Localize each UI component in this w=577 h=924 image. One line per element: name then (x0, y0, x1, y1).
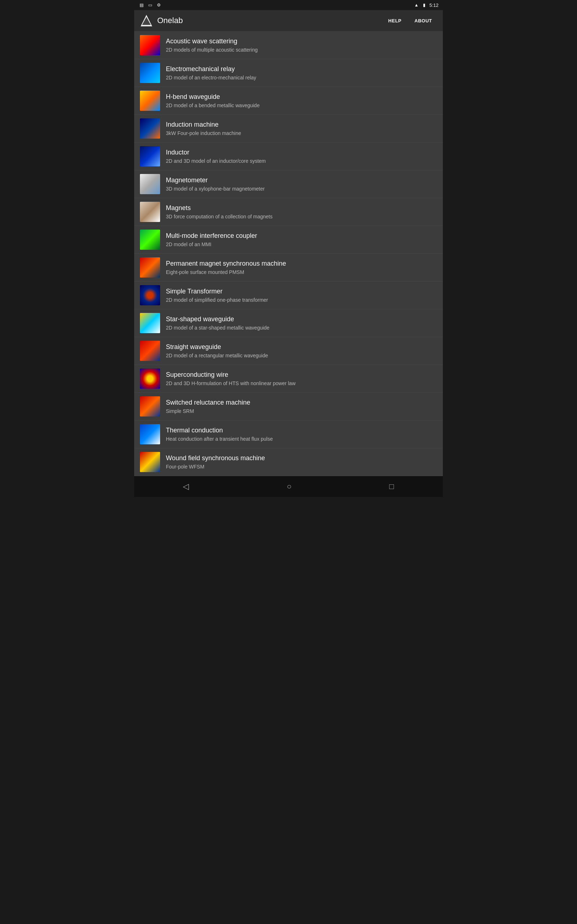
list-item-text: Straight waveguide 2D model of a rectang… (166, 343, 268, 359)
list-item[interactable]: Wound field synchronous machine Four-pol… (134, 448, 443, 476)
list-item-thumbnail (140, 368, 160, 389)
list-item-subtitle: 2D model of a bended metallic waveguide (166, 102, 259, 109)
battery-icon: ▮ (422, 2, 427, 8)
list-item-thumbnail (140, 341, 160, 361)
list-item-thumbnail (140, 63, 160, 83)
list-item-text: Magnetometer 3D model of a xylophone-bar… (166, 176, 265, 192)
list-item-subtitle: 3D model of a xylophone-bar magnetometer (166, 186, 265, 192)
list-item-subtitle: Four-pole WFSM (166, 464, 265, 470)
list-item-text: Simple Transformer 2D model of simplifie… (166, 287, 268, 304)
list-item-thumbnail (140, 146, 160, 166)
list-item[interactable]: Magnets 3D force computation of a collec… (134, 198, 443, 226)
list-item-text: Star-shaped waveguide 2D model of a star… (166, 315, 269, 331)
list-item-text: Superconducting wire 2D and 3D H-formula… (166, 371, 296, 387)
list-item-subtitle: 2D model of an electro-mechanical relay (166, 74, 256, 81)
list-item-thumbnail (140, 452, 160, 472)
list-item-subtitle: 2D model of simplified one-phase transfo… (166, 297, 268, 303)
app-title: Onelab (157, 16, 379, 25)
list-item-title: Magnets (166, 204, 272, 212)
list-item-text: H-bend waveguide 2D model of a bended me… (166, 93, 259, 109)
list-item-title: Thermal conduction (166, 426, 273, 435)
list-item-thumbnail (140, 313, 160, 333)
tablet-icon: ▭ (147, 2, 153, 8)
list-item-text: Thermal conduction Heat conduction after… (166, 426, 273, 443)
list-item-subtitle: Simple SRM (166, 408, 250, 414)
list-item-title: Switched reluctance machine (166, 399, 250, 407)
model-list: Acoustic wave scattering 2D models of mu… (134, 31, 443, 476)
list-item-thumbnail (140, 257, 160, 278)
bottom-nav: ◁ ○ □ (134, 476, 443, 497)
status-bar: ▤ ▭ ⚙ ▲ ▮ 5:12 (134, 0, 443, 10)
list-item-thumbnail (140, 90, 160, 111)
status-bar-right: ▲ ▮ 5:12 (414, 2, 438, 8)
list-item-title: Superconducting wire (166, 371, 296, 379)
status-bar-left: ▤ ▭ ⚙ (139, 2, 161, 8)
list-item-title: Star-shaped waveguide (166, 315, 269, 323)
list-item-subtitle: 2D model of an MMI (166, 241, 257, 247)
list-item-thumbnail (140, 424, 160, 444)
list-item[interactable]: Star-shaped waveguide 2D model of a star… (134, 309, 443, 337)
list-item-subtitle: 2D and 3D model of an inductor/core syst… (166, 158, 266, 164)
list-item-text: Wound field synchronous machine Four-pol… (166, 454, 265, 470)
notification-icon: ▤ (139, 2, 144, 8)
list-item-title: Straight waveguide (166, 343, 268, 351)
list-item-thumbnail (140, 202, 160, 222)
app-logo (140, 14, 153, 27)
list-item-title: Electromechanical relay (166, 65, 256, 73)
list-item[interactable]: Magnetometer 3D model of a xylophone-bar… (134, 170, 443, 198)
time-display: 5:12 (429, 3, 438, 8)
list-item-title: Inductor (166, 149, 266, 157)
list-item-text: Inductor 2D and 3D model of an inductor/… (166, 149, 266, 165)
list-item-subtitle: 3D force computation of a collection of … (166, 213, 272, 220)
list-item-title: Wound field synchronous machine (166, 454, 265, 462)
list-item[interactable]: Acoustic wave scattering 2D models of mu… (134, 31, 443, 59)
list-item-subtitle: 2D model of a star-shaped metallic waveg… (166, 325, 269, 331)
list-item-text: Switched reluctance machine Simple SRM (166, 399, 250, 415)
list-item-thumbnail (140, 174, 160, 194)
list-item-thumbnail (140, 285, 160, 305)
wifi-icon: ▲ (414, 2, 419, 8)
list-item-subtitle: Eight-pole surface mounted PMSM (166, 269, 286, 275)
app-bar: Onelab HELP ABOUT (134, 10, 443, 31)
list-item-title: Multi-mode interference coupler (166, 232, 257, 240)
list-item-title: Acoustic wave scattering (166, 37, 258, 45)
list-item[interactable]: Induction machine 3kW Four-pole inductio… (134, 115, 443, 142)
list-item-title: Simple Transformer (166, 287, 268, 296)
list-item[interactable]: Switched reluctance machine Simple SRM (134, 393, 443, 420)
list-item-text: Induction machine 3kW Four-pole inductio… (166, 121, 241, 137)
list-item[interactable]: Electromechanical relay 2D model of an e… (134, 59, 443, 87)
help-button[interactable]: HELP (384, 15, 407, 26)
list-item[interactable]: Inductor 2D and 3D model of an inductor/… (134, 142, 443, 170)
list-item-subtitle: 2D and 3D H-formulation of HTS with nonl… (166, 380, 296, 386)
list-item-subtitle: 2D model of a rectangular metallic waveg… (166, 352, 268, 359)
list-item[interactable]: Simple Transformer 2D model of simplifie… (134, 281, 443, 309)
list-item-subtitle: 2D models of multiple acoustic scatterin… (166, 47, 258, 53)
list-item-thumbnail (140, 229, 160, 250)
list-item-thumbnail (140, 118, 160, 139)
list-item[interactable]: Multi-mode interference coupler 2D model… (134, 226, 443, 254)
list-item-title: Permanent magnet synchronous machine (166, 260, 286, 268)
back-button[interactable]: ◁ (172, 478, 200, 495)
list-item-thumbnail (140, 35, 160, 55)
list-item-subtitle: 3kW Four-pole induction machine (166, 130, 241, 136)
list-item[interactable]: H-bend waveguide 2D model of a bended me… (134, 87, 443, 115)
list-item[interactable]: Permanent magnet synchronous machine Eig… (134, 254, 443, 281)
list-item-thumbnail (140, 396, 160, 417)
home-button[interactable]: ○ (276, 478, 302, 495)
list-item-text: Electromechanical relay 2D model of an e… (166, 65, 256, 81)
list-item[interactable]: Straight waveguide 2D model of a rectang… (134, 337, 443, 365)
list-item-text: Magnets 3D force computation of a collec… (166, 204, 272, 220)
list-item-text: Multi-mode interference coupler 2D model… (166, 232, 257, 248)
list-item-title: Induction machine (166, 121, 241, 129)
recent-button[interactable]: □ (378, 478, 405, 495)
list-item-text: Acoustic wave scattering 2D models of mu… (166, 37, 258, 53)
list-item-text: Permanent magnet synchronous machine Eig… (166, 260, 286, 276)
list-item[interactable]: Thermal conduction Heat conduction after… (134, 420, 443, 448)
android-icon: ⚙ (156, 2, 161, 8)
list-item-title: H-bend waveguide (166, 93, 259, 101)
list-item-title: Magnetometer (166, 176, 265, 184)
list-item[interactable]: Superconducting wire 2D and 3D H-formula… (134, 365, 443, 393)
about-button[interactable]: ABOUT (409, 15, 437, 26)
list-item-subtitle: Heat conduction after a transient heat f… (166, 436, 273, 442)
app-bar-actions: HELP ABOUT (384, 15, 437, 26)
